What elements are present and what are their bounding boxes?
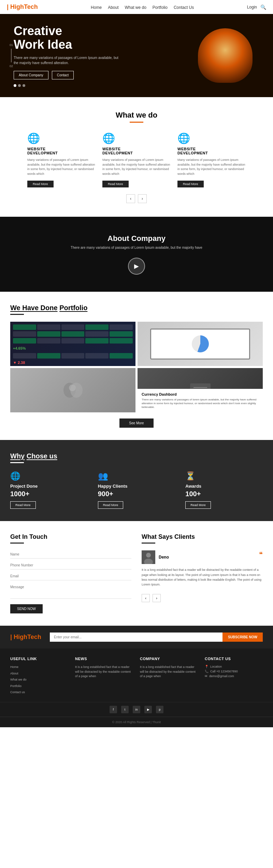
phone-input[interactable] <box>10 561 131 569</box>
carousel-prev[interactable]: ‹ <box>126 194 135 203</box>
why-readmore-1[interactable]: Read More <box>10 501 36 509</box>
footer-col-contact: CONTACT US 📍 Location 📞 Call +0 12345678… <box>205 657 263 697</box>
service-readmore-2[interactable]: Read More <box>102 181 129 187</box>
about-title: About Company <box>107 234 166 243</box>
about-section: About Company There are many variations … <box>0 217 273 292</box>
service-desc-3: Many variations of passages of Lorem ips… <box>177 158 246 176</box>
footer-link-about[interactable]: About <box>10 671 68 676</box>
why-count-1: 1000+ <box>10 490 88 498</box>
footer-company-text: It is a long established fact that a rea… <box>140 665 198 679</box>
location-icon: 📍 <box>205 665 209 668</box>
email-icon: ✉ <box>205 674 207 678</box>
testimonial-prev[interactable]: ‹ <box>142 594 150 602</box>
social-linkedin[interactable]: in <box>133 706 140 713</box>
footer-link-portfolio[interactable]: Portfolio <box>10 684 68 689</box>
nav-portfolio[interactable]: Portfolio <box>153 5 168 10</box>
hero-side-num-2: 02 <box>10 64 13 68</box>
nav-what-we-do[interactable]: What we do <box>125 5 146 10</box>
why-readmore-3[interactable]: Read More <box>185 501 211 509</box>
footer-col-company: COMPANY It is a long established fact th… <box>140 657 198 697</box>
contact-form: SEND NOW <box>10 550 131 613</box>
what-we-do-section: What we do 🌐 WEBSITE DEVELOPMENT Many va… <box>0 97 273 217</box>
why-icon-3: ⏳ <box>185 471 263 481</box>
social-facebook[interactable]: f <box>110 706 117 713</box>
about-company-button[interactable]: About Company <box>14 71 48 79</box>
footer-link-home[interactable]: Home <box>10 665 68 670</box>
hero-description: There are many variations of passages of… <box>14 55 123 65</box>
service-card-3: 🌐 WEBSITE DEVELOPMENT Many variations of… <box>177 132 246 187</box>
service-title-2: WEBSITE DEVELOPMENT <box>102 147 171 155</box>
name-input[interactable] <box>10 550 131 559</box>
footer-location: 📍 Location <box>205 665 263 668</box>
hero-dots <box>14 84 123 87</box>
social-youtube[interactable]: ▶ <box>144 706 152 713</box>
service-readmore-3[interactable]: Read More <box>177 181 204 187</box>
portfolio-grid: +4.65% ▼ 2.38 <box>10 322 263 412</box>
why-readmore-2[interactable]: Read More <box>98 501 124 509</box>
nav-home[interactable]: Home <box>91 5 102 10</box>
service-desc-2: Many variations of passages of Lorem ips… <box>102 158 171 176</box>
clients-underline <box>142 543 155 544</box>
why-icon-2: 👥 <box>98 471 175 481</box>
testimonial-card: Deno ❝ It is a long established fact tha… <box>142 550 263 602</box>
footer-link-whatwedo[interactable]: What we do <box>10 677 68 682</box>
quote-icon: ❝ <box>259 550 263 559</box>
footer-brand: | HighTech <box>10 634 44 641</box>
footer-brand-accent: | <box>10 634 12 640</box>
testimonial-next[interactable]: › <box>153 594 161 602</box>
hero-buttons: About Company Contact <box>14 71 123 79</box>
play-button[interactable]: ▶ <box>128 258 145 275</box>
brand-logo[interactable]: | HighTech <box>7 3 38 11</box>
search-icon[interactable]: 🔍 <box>260 4 266 10</box>
hero-dot-1[interactable] <box>14 84 16 87</box>
hero-dot-3[interactable] <box>23 84 25 87</box>
hero-section: 01 02 Creative Work Idea There are many … <box>0 14 273 97</box>
portfolio-item-2[interactable] <box>138 322 263 366</box>
portfolio-item-1[interactable]: +4.65% ▼ 2.38 <box>10 322 135 366</box>
social-pinterest[interactable]: p <box>156 706 163 713</box>
contact-button[interactable]: Contact <box>52 71 74 79</box>
subscribe-button[interactable]: SUBSCRIBE NOW <box>222 633 263 642</box>
testimonial-avatar <box>142 550 155 564</box>
pie-chart <box>192 335 209 352</box>
why-count-3: 100+ <box>185 490 263 498</box>
nav-actions: Login 🔍 <box>247 4 266 10</box>
footer-news-title: NEWS <box>75 657 133 661</box>
service-desc-1: Many variations of passages of Lorem ips… <box>27 158 96 176</box>
hero-title: Creative Work Idea <box>14 24 123 51</box>
footer-news-text: It is a long established fact that a rea… <box>75 665 133 679</box>
service-card-2: 🌐 WEBSITE DEVELOPMENT Many variations of… <box>102 132 171 187</box>
portfolio-item-4[interactable]: Currency Dashbord There are many variati… <box>138 368 263 412</box>
social-twitter[interactable]: t <box>121 706 129 713</box>
testimonial-text: It is a long established fact that a rea… <box>142 567 263 587</box>
why-title-prefix: Why <box>10 452 25 460</box>
portfolio-item-3[interactable] <box>10 368 135 412</box>
footer-company-title: COMPANY <box>140 657 198 661</box>
footer-email-input[interactable] <box>50 633 222 642</box>
why-item-1: 🌐 Project Done 1000+ Read More <box>10 471 88 509</box>
service-icon-3: 🌐 <box>177 132 246 144</box>
footer-link-contact[interactable]: Contact us <box>10 690 68 695</box>
email-input[interactable] <box>10 572 131 580</box>
message-input[interactable] <box>10 583 131 599</box>
nav-menu: Home About What we do Portfolio Contact … <box>91 4 194 10</box>
portfolio-title: We Have Done Portfolio <box>10 304 263 312</box>
svg-point-2 <box>69 384 76 391</box>
hero-dot-2[interactable] <box>18 84 21 87</box>
why-title-suffix: Chose us <box>27 452 57 460</box>
title-underline <box>130 122 143 123</box>
carousel-next[interactable]: › <box>138 194 147 203</box>
hero-side-line <box>11 49 12 62</box>
why-title: Why Chose us <box>10 452 263 460</box>
clients-section: What Says Clients Deno ❝ It is a long es… <box>142 533 263 613</box>
nav-about[interactable]: About <box>108 5 118 10</box>
service-readmore-1[interactable]: Read More <box>27 181 54 187</box>
send-button[interactable]: SEND NOW <box>10 604 43 613</box>
see-more-button[interactable]: See More <box>119 418 153 428</box>
login-button[interactable]: Login <box>247 5 257 10</box>
footer-links: USEFUL LINK Home About What we do Portfo… <box>0 649 273 702</box>
hero-side-num-1: 01 <box>10 43 13 47</box>
why-item-2: 👥 Happy Clients 900+ Read More <box>98 471 175 509</box>
nav-contact[interactable]: Contact Us <box>174 5 194 10</box>
footer-useful-title: USEFUL LINK <box>10 657 68 661</box>
